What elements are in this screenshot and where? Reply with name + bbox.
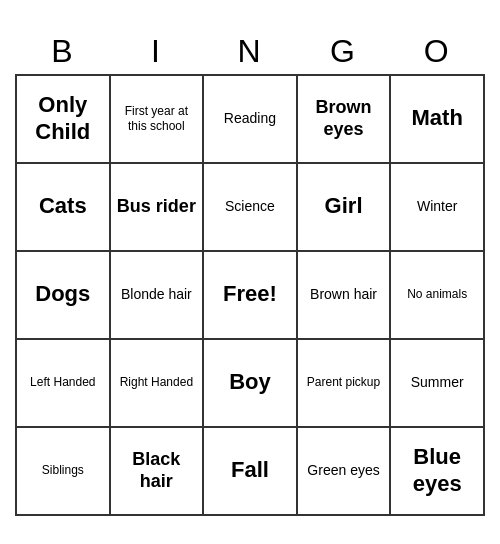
bingo-cell-1-3: Girl [297,163,391,251]
bingo-cell-0-4: Math [390,75,484,163]
bingo-cell-2-2: Free! [203,251,297,339]
bingo-card: BINGO Only ChildFirst year at this schoo… [15,29,485,516]
bingo-cell-3-4: Summer [390,339,484,427]
bingo-cell-4-2: Fall [203,427,297,515]
bingo-cell-4-3: Green eyes [297,427,391,515]
bingo-cell-1-0: Cats [16,163,110,251]
bingo-header: BINGO [16,29,484,75]
bingo-cell-1-4: Winter [390,163,484,251]
header-O: O [390,29,484,75]
bingo-cell-4-4: Blue eyes [390,427,484,515]
bingo-cell-3-0: Left Handed [16,339,110,427]
bingo-cell-1-1: Bus rider [110,163,204,251]
bingo-cell-2-0: Dogs [16,251,110,339]
bingo-row-3: Left HandedRight HandedBoyParent pickupS… [16,339,484,427]
header-G: G [297,29,391,75]
bingo-row-2: DogsBlonde hairFree!Brown hairNo animals [16,251,484,339]
bingo-cell-3-2: Boy [203,339,297,427]
bingo-cell-3-3: Parent pickup [297,339,391,427]
header-N: N [203,29,297,75]
bingo-cell-4-1: Black hair [110,427,204,515]
bingo-cell-2-1: Blonde hair [110,251,204,339]
bingo-cell-0-1: First year at this school [110,75,204,163]
header-I: I [110,29,204,75]
bingo-row-0: Only ChildFirst year at this schoolReadi… [16,75,484,163]
bingo-cell-0-2: Reading [203,75,297,163]
bingo-cell-4-0: Siblings [16,427,110,515]
header-B: B [16,29,110,75]
bingo-cell-1-2: Science [203,163,297,251]
bingo-row-4: SiblingsBlack hairFallGreen eyesBlue eye… [16,427,484,515]
bingo-cell-3-1: Right Handed [110,339,204,427]
bingo-row-1: CatsBus riderScienceGirlWinter [16,163,484,251]
bingo-cell-0-3: Brown eyes [297,75,391,163]
bingo-cell-2-4: No animals [390,251,484,339]
bingo-cell-0-0: Only Child [16,75,110,163]
bingo-cell-2-3: Brown hair [297,251,391,339]
bingo-body: Only ChildFirst year at this schoolReadi… [16,75,484,515]
